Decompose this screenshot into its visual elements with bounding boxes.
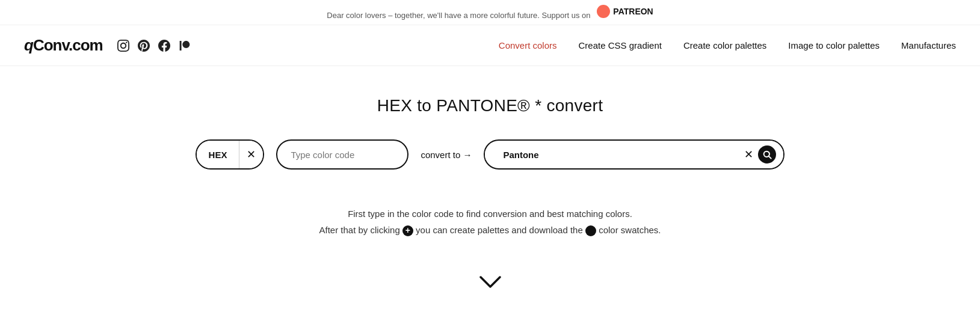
nav-create-css-gradient[interactable]: Create CSS gradient [579,40,662,50]
hex-label: HEX [197,141,240,168]
nav-manufactures[interactable]: Manufactures [901,40,956,50]
logo-area: qConv.com [24,36,191,55]
hex-input-group: HEX ✕ [196,139,265,170]
helper-line1: First type in the color code to find con… [319,206,661,222]
pinterest-icon[interactable] [138,40,150,52]
site-logo[interactable]: qConv.com [24,36,103,55]
header: qConv.com Convert colors Create CSS grad… [0,25,980,66]
helper-line2-start: After that by clicking [319,225,400,235]
logo-rest: Conv.com [33,36,103,54]
hex-clear-button[interactable]: ✕ [239,141,263,168]
main-content: HEX to PANTONE® * convert HEX ✕ convert … [0,66,980,293]
patreon-link[interactable]: PATREON [597,5,653,18]
facebook-icon[interactable] [158,40,170,52]
add-palette-icon [402,225,413,236]
social-icons [117,40,191,52]
converter-row: HEX ✕ convert to → Pantone ✕ [196,139,785,170]
instagram-icon[interactable] [117,40,129,52]
scroll-down-chevron[interactable] [479,274,501,293]
output-actions: ✕ [737,141,783,168]
patreon-small-icon[interactable] [179,40,191,52]
pantone-output-group: Pantone ✕ [484,139,784,170]
helper-line2-mid: you can create palettes and download the [416,225,583,235]
color-code-input[interactable] [276,139,408,170]
download-icon [585,225,596,236]
helper-line2-last: color swatches. [599,225,661,235]
top-banner: Dear color lovers – together, we'll have… [0,0,980,25]
nav-links: Convert colors Create CSS gradient Creat… [499,40,956,50]
page-title: HEX to PANTONE® * convert [377,96,603,115]
output-clear-button[interactable]: ✕ [744,148,753,161]
patreon-label: PATREON [613,7,653,16]
pantone-label: Pantone [485,150,737,160]
patreon-logo-icon [597,5,610,18]
convert-to-label: convert to → [421,150,472,160]
helper-line2: After that by clicking you can create pa… [319,222,661,238]
banner-text: Dear color lovers – together, we'll have… [327,11,590,20]
logo-q: q [24,36,33,54]
chevron-down-icon [479,276,501,289]
helper-section: First type in the color code to find con… [319,206,661,238]
search-icon [762,150,772,159]
svg-line-1 [769,156,771,159]
nav-convert-colors[interactable]: Convert colors [499,40,557,50]
search-button[interactable] [758,145,776,164]
nav-image-to-color-palettes[interactable]: Image to color palettes [788,40,880,50]
nav-create-color-palettes[interactable]: Create color palettes [683,40,766,50]
